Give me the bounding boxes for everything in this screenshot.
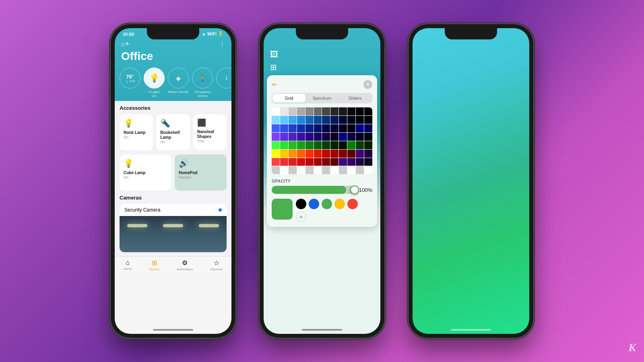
color-cell-0-11[interactable]	[364, 107, 372, 115]
color-cell-0-3[interactable]	[297, 107, 305, 115]
tab-sliders[interactable]: Sliders	[339, 94, 372, 103]
color-cell-5-3[interactable]	[297, 150, 305, 158]
color-cell-1-3[interactable]	[297, 116, 305, 124]
color-cell-0-6[interactable]	[322, 107, 330, 115]
color-cell-7-4[interactable]	[305, 166, 314, 174]
color-cell-2-1[interactable]	[280, 124, 288, 132]
color-cell-5-5[interactable]	[314, 150, 322, 158]
color-cell-6-8[interactable]	[339, 158, 347, 166]
color-cell-3-7[interactable]	[330, 133, 339, 141]
color-cell-4-6[interactable]	[322, 141, 330, 149]
color-cell-4-11[interactable]	[364, 141, 372, 149]
color-cell-6-6[interactable]	[322, 158, 330, 166]
color-cell-1-7[interactable]	[330, 116, 339, 124]
color-cell-1-9[interactable]	[347, 116, 355, 124]
color-cell-4-7[interactable]	[330, 141, 339, 149]
sensor-extra[interactable]: 1	[216, 68, 231, 98]
color-cell-0-1[interactable]	[280, 107, 288, 115]
color-cell-1-8[interactable]	[339, 116, 347, 124]
color-cell-5-7[interactable]	[330, 150, 339, 158]
tab-rooms[interactable]: ⊞ Rooms	[149, 259, 159, 271]
tab-home[interactable]: ⌂ Home	[123, 259, 132, 271]
color-cell-0-5[interactable]	[314, 107, 322, 115]
color-cell-5-9[interactable]	[347, 150, 355, 158]
color-cell-3-1[interactable]	[280, 133, 288, 141]
accessory-cube-lamp[interactable]: 💡 Cube Lamp On	[120, 154, 171, 191]
color-cell-5-8[interactable]	[339, 150, 347, 158]
color-cell-0-10[interactable]	[356, 107, 364, 115]
color-cell-0-8[interactable]	[339, 107, 347, 115]
pencil-icon[interactable]: ✏	[272, 81, 277, 88]
camera-card[interactable]: Security Camera	[120, 204, 227, 252]
color-cell-1-10[interactable]	[356, 116, 364, 124]
swatch-green[interactable]	[322, 199, 332, 209]
color-cell-1-5[interactable]	[314, 116, 322, 124]
color-cell-5-0[interactable]	[272, 150, 280, 158]
color-cell-2-7[interactable]	[330, 124, 339, 132]
color-cell-2-5[interactable]	[314, 124, 322, 132]
color-cell-2-4[interactable]	[305, 124, 314, 132]
color-cell-1-11[interactable]	[364, 116, 372, 124]
color-cell-3-6[interactable]	[322, 133, 330, 141]
color-cell-3-10[interactable]	[356, 133, 364, 141]
tab-discover[interactable]: ☆ Discover	[210, 259, 223, 271]
color-cell-7-10[interactable]	[356, 166, 364, 174]
color-cell-4-3[interactable]	[297, 141, 305, 149]
color-cell-4-4[interactable]	[305, 141, 314, 149]
color-cell-6-3[interactable]	[297, 158, 305, 166]
color-cell-7-0[interactable]	[272, 166, 280, 174]
color-cell-5-6[interactable]	[322, 150, 330, 158]
color-cell-1-4[interactable]	[305, 116, 314, 124]
gallery-icon[interactable]: 🖼	[270, 50, 278, 59]
color-cell-4-8[interactable]	[339, 141, 347, 149]
sensor-occupancy[interactable]: 🚶 OccupancySensor	[192, 68, 213, 98]
swatch-red[interactable]	[347, 199, 358, 209]
color-cell-7-2[interactable]	[289, 166, 297, 174]
swatch-yellow[interactable]	[334, 199, 345, 209]
add-swatch-button[interactable]: +	[296, 212, 306, 222]
color-cell-1-2[interactable]	[289, 116, 297, 124]
accessory-homepod[interactable]: 🔊 HomePod Paused	[175, 154, 227, 191]
color-cell-7-1[interactable]	[280, 166, 288, 174]
accessory-nanoleaf[interactable]: ⬛ Nanoleaf Shapes 70%	[193, 114, 227, 150]
color-cell-4-1[interactable]	[280, 141, 288, 149]
color-cell-4-9[interactable]	[347, 141, 355, 149]
color-cell-3-8[interactable]	[339, 133, 347, 141]
color-cell-2-9[interactable]	[347, 124, 355, 132]
swatch-black[interactable]	[296, 199, 306, 209]
tab-grid[interactable]: Grid	[272, 94, 305, 103]
accessory-nook-lamp[interactable]: 💡 Nook Lamp On	[120, 114, 153, 150]
color-cell-4-2[interactable]	[289, 141, 297, 149]
sensor-motion[interactable]: ◈ Motion Sensor	[168, 68, 189, 98]
color-cell-1-6[interactable]	[322, 116, 330, 124]
close-button[interactable]: ✕	[363, 80, 372, 89]
color-cell-3-9[interactable]	[347, 133, 355, 141]
color-cell-0-7[interactable]	[330, 107, 339, 115]
color-cell-6-5[interactable]	[314, 158, 322, 166]
color-cell-6-7[interactable]	[330, 158, 339, 166]
color-cell-0-0[interactable]	[272, 107, 280, 115]
color-cell-1-0[interactable]	[272, 116, 280, 124]
color-cell-3-3[interactable]	[297, 133, 305, 141]
color-cell-5-4[interactable]	[305, 150, 314, 158]
tab-spectrum[interactable]: Spectrum	[305, 94, 339, 103]
sensor-temperature[interactable]: 76° 💧 52%	[120, 68, 140, 98]
color-cell-7-3[interactable]	[297, 166, 305, 174]
color-cell-3-5[interactable]	[314, 133, 322, 141]
color-cell-0-9[interactable]	[347, 107, 355, 115]
color-cell-3-2[interactable]	[289, 133, 297, 141]
color-cell-7-6[interactable]	[322, 166, 330, 174]
color-cell-0-2[interactable]	[289, 107, 297, 115]
tab-automation[interactable]: ⚙ Automation	[177, 259, 193, 271]
color-cell-1-1[interactable]	[280, 116, 288, 124]
color-cell-7-8[interactable]	[339, 166, 347, 174]
color-cell-2-6[interactable]	[322, 124, 330, 132]
voice-icon[interactable]: ⋮	[219, 41, 225, 47]
color-cell-2-8[interactable]	[339, 124, 347, 132]
opacity-slider[interactable]	[272, 186, 355, 194]
color-cell-0-4[interactable]	[305, 107, 314, 115]
color-cell-3-11[interactable]	[364, 133, 372, 141]
color-cell-6-10[interactable]	[356, 158, 364, 166]
color-cell-7-9[interactable]	[347, 166, 355, 174]
color-cell-3-0[interactable]	[272, 133, 280, 141]
